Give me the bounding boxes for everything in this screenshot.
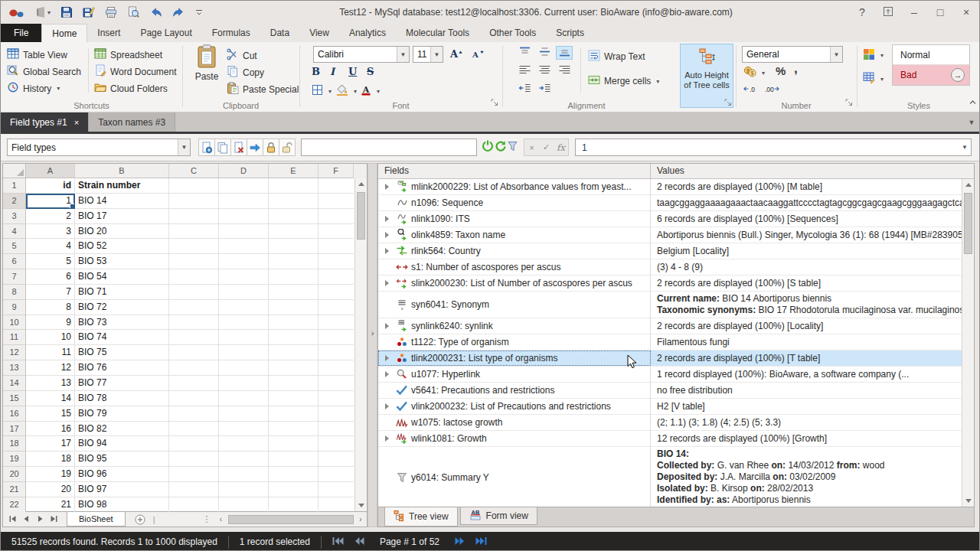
row-header-7[interactable]: 7 [3, 269, 26, 285]
cell[interactable] [169, 360, 219, 376]
ribbon-tab-data[interactable]: Data [260, 24, 299, 42]
document-tab[interactable]: Taxon names #3 [89, 112, 175, 132]
font-color-button[interactable]: A [361, 84, 380, 98]
format-as-table-button[interactable] [863, 71, 884, 86]
decrease-indent-button[interactable] [516, 83, 533, 96]
field-name-cell[interactable]: mlink2000229: List of Absorbance values … [378, 179, 651, 194]
next-page-button[interactable] [455, 536, 465, 548]
cell[interactable] [269, 376, 318, 391]
cell[interactable] [318, 269, 354, 285]
cell[interactable] [219, 269, 269, 285]
field-value-cell[interactable]: Abortiporus biennis (Bull.) Singer, Myco… [651, 227, 962, 243]
chevron-down-icon[interactable]: ▼ [959, 144, 971, 151]
row-header-13[interactable]: 13 [3, 360, 26, 376]
cell[interactable] [269, 406, 318, 422]
field-value-cell[interactable]: BIO 14:Collected by: G. van Rhee on: 14/… [651, 447, 962, 507]
field-row[interactable]: v5641: Precautions and restrictionsno fr… [378, 383, 962, 399]
cell[interactable]: BIO 79 [75, 406, 169, 422]
cell[interactable]: 8 [26, 300, 75, 315]
cell[interactable]: BIO 71 [75, 285, 169, 300]
cell[interactable] [169, 285, 219, 300]
first-sheet-button[interactable] [9, 515, 16, 524]
next-sheet-button[interactable] [37, 515, 44, 524]
cell[interactable] [219, 422, 269, 437]
cancel-entry-button[interactable]: × [524, 143, 539, 152]
cell[interactable] [318, 300, 354, 315]
save-button[interactable] [60, 6, 73, 18]
cell[interactable] [219, 209, 269, 224]
cell[interactable] [269, 422, 318, 437]
field-value-cell[interactable]: 1 record displayed (100%): BioAware, a s… [651, 367, 962, 382]
cell[interactable] [318, 285, 354, 300]
cell[interactable] [219, 330, 269, 345]
insert-function-button[interactable]: fx [554, 142, 568, 153]
column-header-b[interactable]: B [75, 164, 169, 178]
cell[interactable]: 16 [26, 422, 75, 437]
cell[interactable] [318, 497, 354, 513]
align-left-button[interactable] [516, 64, 533, 78]
cell[interactable] [169, 239, 219, 254]
cell[interactable] [318, 391, 354, 406]
cell[interactable] [269, 391, 318, 406]
row-header-9[interactable]: 9 [3, 300, 26, 315]
view-tab-form-view[interactable]: ABForm view [460, 507, 537, 525]
cell[interactable] [318, 482, 354, 497]
values-column-header[interactable]: Values [651, 164, 974, 178]
refresh-button[interactable] [495, 140, 507, 155]
cell[interactable] [169, 422, 219, 437]
field-name-cell[interactable]: s1: Number of ascospores per ascus [378, 259, 651, 275]
cell[interactable] [219, 254, 269, 269]
cell[interactable] [269, 360, 318, 376]
quick-filter-input[interactable] [301, 139, 477, 156]
increase-indent-button[interactable] [536, 83, 553, 96]
cell[interactable] [269, 194, 318, 209]
cell[interactable]: 13 [26, 376, 75, 391]
fields-column-header[interactable]: Fields [378, 164, 651, 178]
spreadsheet-button[interactable]: Spreadsheet [94, 47, 162, 62]
unlock-button[interactable] [279, 139, 296, 156]
ribbon-tab-home[interactable]: Home [41, 24, 87, 42]
row-header-12[interactable]: 12 [3, 345, 26, 360]
currency-button[interactable]: $$ [743, 66, 765, 80]
cell[interactable]: 1 [26, 194, 75, 209]
office-menu-button[interactable] [35, 6, 51, 18]
ribbon-tab-analytics[interactable]: Analytics [339, 24, 396, 42]
scroll-down-icon[interactable] [355, 500, 367, 511]
field-row[interactable]: olink4859: Taxon nameAbortiporus biennis… [378, 227, 962, 243]
cell[interactable]: 2 [26, 209, 75, 224]
cell[interactable] [269, 300, 318, 315]
field-value-cell[interactable]: 2 records are displayed (100%) [M table] [651, 179, 962, 194]
execute-button[interactable] [482, 139, 494, 155]
fields-vertical-scrollbar[interactable] [962, 179, 974, 507]
strikethrough-button[interactable]: S [367, 66, 384, 77]
field-value-cell[interactable]: (3) 4 - 8 (9) [651, 259, 962, 275]
cell[interactable]: 19 [26, 467, 75, 482]
duplicate-record-button[interactable] [214, 139, 231, 156]
cell[interactable]: 4 [26, 239, 75, 254]
italic-button[interactable]: I [330, 66, 347, 77]
column-header-f[interactable]: F [318, 164, 354, 178]
cell[interactable] [169, 194, 219, 209]
cell[interactable] [169, 209, 219, 224]
pane-splitter[interactable]: › [368, 163, 377, 527]
last-page-button[interactable] [475, 536, 487, 548]
number-dialog-launcher[interactable] [845, 96, 853, 109]
cell[interactable]: Strain number [75, 178, 169, 194]
field-row[interactable]: tlink2000231: List type of organisms2 re… [378, 350, 962, 367]
cell[interactable] [169, 497, 219, 513]
decrease-decimal-button[interactable]: .00 [765, 84, 779, 96]
cell[interactable] [219, 360, 269, 376]
delete-record-button[interactable] [230, 139, 247, 156]
field-row[interactable]: ssyn6041: SynonymCurrent name: BIO 14 Ab… [378, 292, 962, 318]
style-normal[interactable]: Normal [893, 45, 969, 65]
cell[interactable]: 15 [26, 406, 75, 422]
row-header-8[interactable]: 8 [3, 285, 26, 300]
first-page-button[interactable] [332, 536, 344, 548]
align-bottom-button[interactable] [556, 46, 573, 60]
scrollbar-thumb[interactable] [228, 515, 354, 524]
expand-icon[interactable] [382, 371, 392, 377]
row-header-18[interactable]: 18 [3, 436, 26, 452]
field-name-cell[interactable]: vlink2000232: List of Precautions and re… [378, 399, 651, 414]
cell[interactable]: BIO 76 [75, 360, 169, 376]
sheet-vertical-scrollbar[interactable] [354, 178, 367, 511]
